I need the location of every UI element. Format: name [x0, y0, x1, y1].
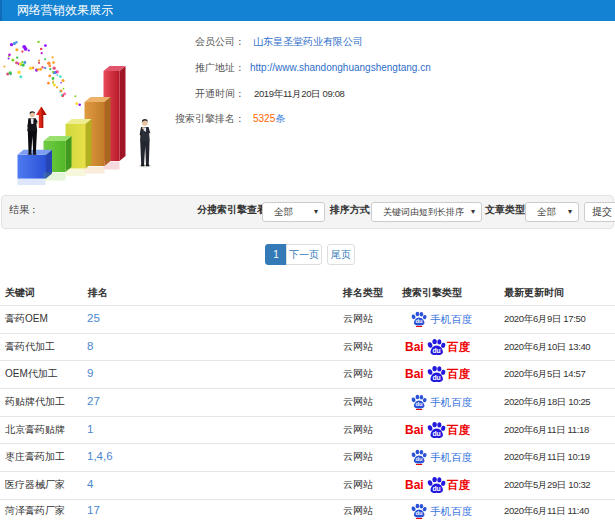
svg-text:du: du — [416, 456, 424, 462]
svg-text:du: du — [432, 346, 440, 353]
svg-text:du: du — [416, 401, 424, 407]
svg-text:du: du — [432, 429, 440, 436]
svg-text:du: du — [416, 510, 424, 516]
svg-text:du: du — [432, 485, 440, 492]
svg-text:du: du — [416, 318, 424, 324]
svg-text:du: du — [432, 374, 440, 381]
